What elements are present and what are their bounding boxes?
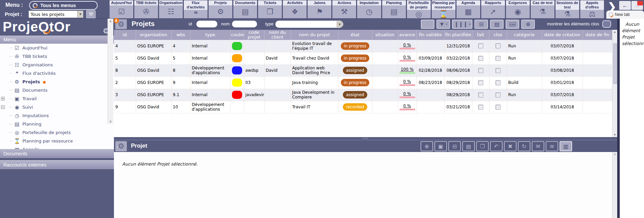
toolbar-flux-activites[interactable]: Flux d'activités ❝ [183, 0, 208, 19]
refresh-icon[interactable]: ↻ [518, 141, 530, 151]
sidebar-scrollbar[interactable]: ∧ ∨ [108, 19, 113, 124]
sidebar-item-suivi[interactable]: − ◉ Suivi [0, 103, 114, 111]
toolbar-tickets[interactable]: Tickets ❒ [258, 0, 282, 19]
fait-checkbox[interactable] [478, 43, 483, 48]
sidebar-item-organisations[interactable]: ☷ Organisations [0, 61, 114, 69]
table-scrollbar[interactable]: ▲ ▼ [612, 30, 617, 137]
column-header[interactable]: date de fin [583, 30, 612, 40]
column-header[interactable]: date de création [542, 30, 583, 40]
chevron-down-icon[interactable]: ▼ [77, 11, 83, 18]
copy-icon[interactable]: ❐ [476, 141, 489, 151]
table-row[interactable]: 4 OSG EUROPE 4 Internal Evolution travai… [114, 40, 612, 52]
scroll-up-icon[interactable]: ∧ [108, 19, 113, 23]
column-header[interactable]: type [190, 30, 230, 40]
collapse-chevron-icon[interactable]: ∨ [116, 145, 119, 149]
column-header[interactable]: avance [398, 30, 416, 40]
toolbar-exigences[interactable]: Exigences ◉ [506, 0, 530, 19]
delete-icon[interactable]: ✖ [504, 141, 516, 151]
clos-checkbox[interactable] [495, 105, 501, 110]
toolbar-planning[interactable]: Planning ▤ [382, 0, 406, 19]
add-document-icon[interactable]: ⊕ ▾ [521, 20, 535, 29]
sidebar-item-imputations[interactable]: ◷ Imputations [0, 111, 114, 120]
table-row[interactable]: 3 OSG EUROPE 9.1 Internal javadevint Jav… [114, 89, 612, 101]
column-header[interactable]: wbs [171, 30, 190, 40]
show-closed-checkbox[interactable] [602, 20, 611, 28]
clos-checkbox[interactable] [495, 56, 501, 61]
column-header[interactable]: fin validée [416, 30, 444, 40]
undo-icon[interactable]: ↶ [490, 141, 503, 151]
sidebar-section-raccourcis-externes[interactable]: Raccourcis externes [0, 160, 114, 169]
sidebar-item-travail[interactable]: + ▣ Travail [0, 94, 114, 103]
sidebar-item-planning-par-ressource[interactable]: ⌛ Planning par ressource [0, 137, 114, 145]
column-header[interactable]: nom du projet [291, 30, 338, 40]
table-row[interactable]: 9 OSG David 10 Développement d'applicati… [114, 101, 612, 113]
toolbar-imputation[interactable]: Imputation ◷ [357, 0, 381, 19]
filter-icon[interactable]: ▼ ▾ [436, 20, 450, 29]
chevron-down-icon[interactable]: ▼ [337, 21, 343, 27]
project-select[interactable]: Tous les projets ▼ [28, 10, 83, 18]
column-header[interactable]: couleur [230, 30, 244, 40]
filter-id-input[interactable] [196, 21, 217, 27]
column-header[interactable]: id [114, 30, 136, 40]
toolbar-documents[interactable]: Documents ▤ [233, 0, 257, 19]
menu-select[interactable]: Tous les menus [29, 1, 98, 10]
sidebar-item-agenda[interactable]: ▦ Agenda [0, 145, 114, 149]
sidebar-item-aujourd-hui[interactable]: ☑ Aujourd'hui [0, 44, 114, 52]
toolbar-projets[interactable]: Projets ⚙ [208, 0, 233, 19]
scroll-down-icon[interactable]: ▼ [612, 133, 617, 136]
clos-checkbox[interactable] [495, 80, 501, 85]
mail-icon[interactable]: ✉ [532, 141, 544, 151]
add-document-icon[interactable]: ⊕ [421, 141, 433, 151]
pdf-icon[interactable]: ▤ [462, 141, 475, 151]
column-header[interactable]: situation [372, 30, 398, 40]
back-button[interactable]: ← [619, 1, 631, 10]
table-row[interactable]: 5 OSG David 5 Internal David Travail che… [114, 52, 612, 64]
toolbar-appels-d-offres[interactable]: Appels d'offres ⚖ [580, 0, 604, 19]
sidebar-item-tbb-tickets[interactable]: ✇ TBB tickets [0, 52, 114, 61]
toolbar-cas-de-test[interactable]: Cas de test ⚗ [530, 0, 555, 19]
sidebar-item-flux-activites[interactable]: ❝ Flux d'activités [0, 69, 114, 78]
toolbar-activites[interactable]: Activités ❖ [282, 0, 307, 19]
scroll-up-icon[interactable]: ▲ [612, 30, 617, 34]
print-icon[interactable]: ⊟ ▾ [474, 20, 488, 29]
column-header[interactable]: organisation [136, 30, 171, 40]
scroll-down-icon[interactable]: ∨ [108, 119, 113, 123]
sidebar-item-portefeuille-de-projets[interactable]: ◎ Portefeuille de projets [0, 128, 114, 137]
toolbar-planning-par-ressource[interactable]: Planning par ressource ⌛ [431, 0, 456, 19]
record-indicator-button[interactable] [637, 1, 643, 5]
column-header[interactable]: catégorie [507, 30, 542, 40]
toolbar-jalons[interactable]: Jalons ⚑ [307, 0, 332, 19]
toolbar-tbb-tickets[interactable]: TBB tickets ✇ [134, 0, 158, 19]
column-header[interactable]: fait [472, 30, 489, 40]
pdf-icon[interactable]: ▤ ▾ [490, 20, 504, 29]
column-header[interactable]: état [338, 30, 372, 40]
column-header[interactable]: code projet [244, 30, 264, 40]
tree-expander[interactable]: + [1, 97, 5, 101]
detail-scrollbar[interactable]: ∧ [612, 152, 617, 218]
fait-checkbox[interactable] [478, 56, 483, 61]
toolbar-organisations[interactable]: Organisations ☷ [159, 0, 183, 19]
column-header[interactable]: nom du client [264, 30, 291, 40]
toolbar-aujourd-hui[interactable]: Aujourd'hui ☑ [109, 0, 134, 19]
filter-type-select[interactable]: ▼ [275, 21, 343, 28]
table-row[interactable]: 8 OSG David 8 Développement d'applicatio… [114, 64, 612, 77]
column-header[interactable]: fin planifiée [444, 30, 472, 40]
fait-checkbox[interactable] [478, 68, 483, 73]
sidebar-section-documents[interactable]: Documents [0, 149, 114, 158]
csv-icon[interactable]: csv ▾ [506, 20, 519, 29]
toolbar-actions[interactable]: Actions ⚒ [332, 0, 356, 19]
pane-divider[interactable] [617, 19, 620, 218]
toolbar-rapports[interactable]: Rapports ➚ [481, 0, 505, 19]
sidebar-item-documents[interactable]: ▤ Documents [0, 86, 114, 94]
clos-checkbox[interactable] [495, 43, 501, 48]
scrollbar-thumb[interactable] [613, 43, 617, 84]
project-tools-button[interactable]: ⚒ [86, 10, 96, 18]
toolbar-agenda[interactable]: Agenda ▦ [456, 0, 481, 19]
clos-checkbox[interactable] [495, 68, 501, 73]
columns-icon[interactable]: ❙❙❙ ▾ [452, 20, 472, 29]
menu-gear-icon[interactable]: ⚙ 6 [115, 19, 127, 29]
column-header[interactable]: clos [489, 30, 507, 40]
scroll-up-icon[interactable]: ∧ [612, 153, 617, 156]
fait-checkbox[interactable] [478, 92, 483, 97]
tree-expander[interactable]: − [1, 105, 5, 109]
